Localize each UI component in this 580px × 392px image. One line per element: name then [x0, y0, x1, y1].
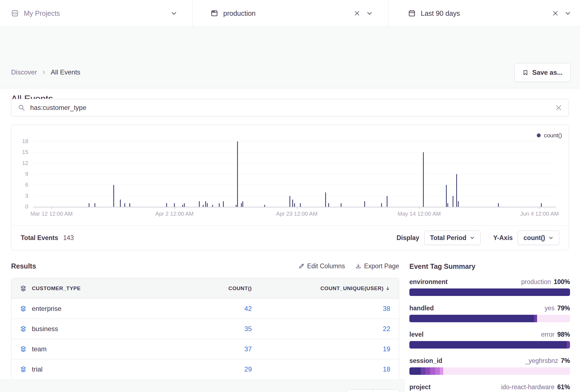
- tag-bar-segment[interactable]: [409, 341, 567, 349]
- tag-percent: 100%: [554, 278, 570, 286]
- x-axis-tick: [540, 207, 540, 209]
- chart-bar: [242, 201, 243, 207]
- column-customer-type[interactable]: CUSTOMER_TYPE: [32, 285, 163, 292]
- save-as-label: Save as...: [532, 69, 563, 76]
- tag-percent: 79%: [557, 305, 570, 312]
- table-row[interactable]: business3522: [11, 319, 399, 339]
- event-tag-summary: Event Tag Summary environmentproduction1…: [409, 262, 570, 392]
- table-row[interactable]: enterprise4238: [11, 298, 399, 319]
- tag-percent: 7%: [561, 357, 570, 365]
- count-unique-user-link[interactable]: 19: [252, 345, 390, 353]
- environment-selector[interactable]: production: [193, 0, 388, 27]
- tag-bar-segment[interactable]: [421, 367, 425, 375]
- tag-name: project: [409, 383, 431, 391]
- stack-icon: [20, 305, 32, 312]
- tag-bar-segment[interactable]: [430, 367, 435, 375]
- tag-bar-segment[interactable]: [409, 367, 421, 375]
- tag-bar-segment[interactable]: [534, 315, 537, 322]
- y-axis-tick-label: 12: [12, 160, 28, 166]
- chevron-down-icon[interactable]: [366, 10, 373, 17]
- count-link[interactable]: 35: [163, 325, 252, 333]
- chart-bar: [184, 203, 185, 207]
- table-row[interactable]: team3719: [11, 339, 399, 359]
- results-table: CUSTOMER_TYPE COUNT() COUNT_UNIQUE(USER)…: [11, 278, 399, 380]
- tag-top-value: ido-react-hardware: [501, 383, 555, 391]
- count-unique-user-link[interactable]: 38: [252, 305, 390, 313]
- page-header: Discover All Events Save as... All Event…: [0, 27, 580, 88]
- chart-bar: [94, 203, 95, 207]
- count-link[interactable]: 37: [163, 345, 252, 353]
- project-selector[interactable]: My Projects: [0, 0, 193, 27]
- gridline: [33, 185, 556, 185]
- y-axis-tick-label: 9: [12, 171, 28, 177]
- chart-bar: [387, 196, 387, 207]
- column-count[interactable]: COUNT(): [163, 285, 252, 292]
- stack-icon: [20, 285, 32, 292]
- display-dropdown[interactable]: Total Period: [424, 231, 481, 245]
- tag-bar-segment[interactable]: [409, 288, 570, 296]
- search-icon: [18, 104, 25, 111]
- chart-bar: [199, 201, 200, 207]
- tag-summary-title: Event Tag Summary: [409, 262, 570, 270]
- column-count-unique-user[interactable]: COUNT_UNIQUE(USER): [320, 285, 390, 292]
- export-page-button[interactable]: Export Page: [355, 262, 399, 270]
- chart-bar: [124, 203, 125, 207]
- tag-percent: 61%: [557, 383, 570, 391]
- results-title: Results: [11, 262, 36, 270]
- tag-name: session_id: [409, 357, 442, 365]
- yaxis-dropdown[interactable]: count(): [518, 231, 559, 245]
- edit-columns-label: Edit Columns: [307, 262, 345, 270]
- chevron-down-icon[interactable]: [564, 10, 571, 17]
- edit-columns-button[interactable]: Edit Columns: [299, 262, 345, 270]
- count-unique-user-link[interactable]: 18: [252, 365, 390, 373]
- next-page-button[interactable]: [373, 389, 399, 392]
- tag-name: environment: [409, 278, 448, 286]
- search-input[interactable]: [30, 104, 550, 112]
- date-range-selector[interactable]: Last 90 days: [388, 0, 580, 27]
- chart-footer: Total Events 143 Display Total Period Y-…: [11, 225, 569, 250]
- tag-bar-segment[interactable]: [443, 367, 570, 375]
- chart-bar: [207, 203, 208, 207]
- chart-bar: [364, 201, 365, 207]
- save-as-button[interactable]: Save as...: [514, 63, 571, 82]
- clear-environment-icon[interactable]: [354, 10, 360, 16]
- chart-bar: [212, 205, 213, 207]
- tag-list: environmentproduction100%handledyes79%le…: [409, 278, 570, 392]
- pagination: [347, 389, 399, 392]
- count-link[interactable]: 29: [163, 365, 252, 373]
- clear-search-icon[interactable]: [555, 104, 562, 111]
- x-axis-tick-label: Apr 23 12:00 AM: [276, 211, 317, 217]
- count-unique-user-link[interactable]: 22: [252, 325, 390, 333]
- breadcrumb-all-events: All Events: [51, 68, 80, 76]
- customer-type-cell: business: [32, 325, 163, 333]
- tag-block: session_id_yeghrsbnz7%: [409, 357, 570, 375]
- chart-bar: [89, 203, 89, 207]
- tag-bar-segment[interactable]: [567, 341, 570, 349]
- bookmark-icon: [522, 69, 528, 76]
- clear-date-range-icon[interactable]: [552, 10, 558, 16]
- chart-bar: [381, 203, 382, 207]
- x-axis-tick-label: Jun 4 12:00 AM: [520, 211, 559, 217]
- gridline: [33, 196, 556, 196]
- breadcrumb: Discover All Events: [11, 68, 80, 76]
- chart-bar: [241, 203, 242, 207]
- tag-bar-segment[interactable]: [537, 315, 570, 322]
- chevron-down-icon[interactable]: [171, 10, 177, 17]
- tag-bar-segment[interactable]: [409, 315, 534, 322]
- calendar-icon: [408, 9, 416, 17]
- count-link[interactable]: 42: [163, 305, 252, 313]
- tag-bar-segment[interactable]: [425, 367, 430, 375]
- chart-bar: [341, 203, 342, 207]
- breadcrumb-discover[interactable]: Discover: [11, 68, 37, 76]
- chart-bar: [328, 203, 329, 207]
- chevron-right-icon: [41, 70, 46, 75]
- tag-bar-segment[interactable]: [440, 367, 443, 375]
- chart-bar: [182, 205, 183, 207]
- tag-bar-segment[interactable]: [435, 367, 440, 375]
- chart-bar: [325, 192, 326, 207]
- total-events-label: Total Events: [21, 234, 58, 242]
- table-row[interactable]: trial2918: [11, 359, 399, 379]
- chart-bar: [294, 203, 295, 207]
- previous-page-button[interactable]: [347, 389, 373, 392]
- chart-bar: [292, 200, 293, 207]
